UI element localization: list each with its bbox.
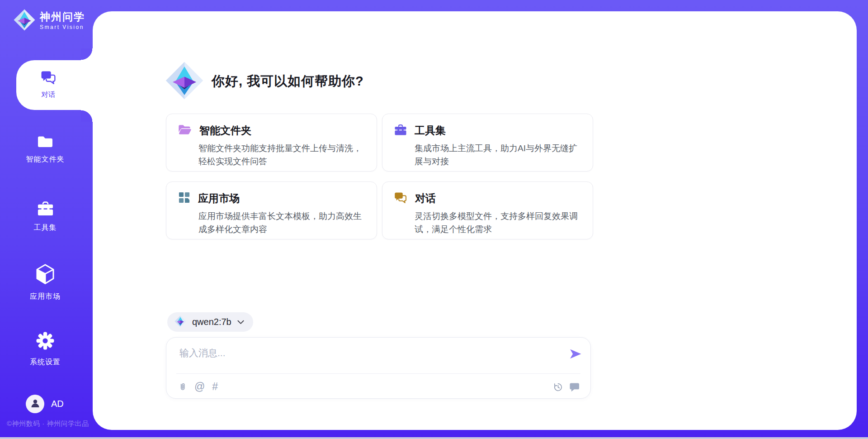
chevron-down-icon xyxy=(237,318,244,326)
model-name: qwen2:7b xyxy=(192,317,231,327)
card-chat[interactable]: 对话 灵活切换多模型文件，支持多样回复效果调试，满足个性化需求 xyxy=(382,181,593,239)
card-smart-folder[interactable]: 智能文件夹 智能文件夹功能支持批量文件上传与清洗，轻松实现文件问答 xyxy=(166,114,377,172)
app-title: 神州问学 xyxy=(40,11,85,23)
card-app-market[interactable]: 应用市场 应用市场提供丰富长文本模板，助力高效生成多样化文章内容 xyxy=(166,181,377,239)
open-folder-icon xyxy=(178,124,192,137)
cube-icon xyxy=(35,263,56,287)
sidebar-item-smart-folder[interactable]: 智能文件夹 xyxy=(0,134,90,164)
app-subtitle: Smart Vision xyxy=(40,24,85,30)
user-profile[interactable]: AD xyxy=(26,395,64,413)
briefcase-icon xyxy=(394,124,407,138)
sidebar-item-app-market[interactable]: 应用市场 xyxy=(0,263,90,301)
card-description: 灵活切换多模型文件，支持多样回复效果调试，满足个性化需求 xyxy=(415,210,581,236)
card-title: 智能文件夹 xyxy=(199,124,251,138)
grid-tiles-icon xyxy=(178,191,190,205)
person-icon xyxy=(30,398,41,410)
card-toolset[interactable]: 工具集 集成市场上主流工具，助力AI与外界无缝扩展与对接 xyxy=(382,114,593,172)
greeting-title: 你好, 我可以如何帮助你? xyxy=(212,72,364,91)
sidebar-item-label: 应用市场 xyxy=(30,292,61,301)
attachment-paperclip-icon[interactable] xyxy=(178,382,187,392)
sidebar-item-label: 工具集 xyxy=(34,223,57,233)
sidebar-footer: ©神州数码 · 神州问学出品 xyxy=(7,420,89,428)
model-logo-diamond-icon xyxy=(175,315,186,329)
message-composer: @ # xyxy=(166,337,591,399)
topic-hash-icon[interactable]: # xyxy=(212,382,218,392)
chat-bubble-filled-icon[interactable] xyxy=(570,382,580,392)
page-bottom-edge xyxy=(0,437,868,439)
message-input[interactable] xyxy=(179,344,549,362)
send-icon[interactable] xyxy=(569,348,582,360)
sidebar-item-settings[interactable]: 系统设置 xyxy=(0,331,90,367)
history-clock-icon[interactable] xyxy=(553,382,563,392)
card-description: 智能文件夹功能支持批量文件上传与清洗，轻松实现文件问答 xyxy=(198,142,365,168)
sidebar-item-label: 智能文件夹 xyxy=(26,155,65,164)
tab-fillet-bottom xyxy=(81,110,93,122)
mention-at-icon[interactable]: @ xyxy=(194,382,205,392)
app-logo: 神州问学 Smart Vision xyxy=(14,9,85,33)
greeting-logo-diamond-icon xyxy=(165,62,203,101)
user-name: AD xyxy=(51,399,64,409)
briefcase-icon xyxy=(37,201,54,218)
card-title: 工具集 xyxy=(415,124,446,138)
card-description: 应用市场提供丰富长文本模板，助力高效生成多样化文章内容 xyxy=(198,210,365,236)
model-selector[interactable]: qwen2:7b xyxy=(167,312,253,332)
gear-icon xyxy=(35,331,55,353)
chat-bubbles-icon xyxy=(394,192,407,205)
tab-fillet-top xyxy=(81,48,93,60)
chat-bubbles-icon xyxy=(41,71,57,86)
sidebar-item-label: 系统设置 xyxy=(30,358,61,367)
avatar xyxy=(26,395,44,413)
sidebar-item-chat-content[interactable]: 对话 xyxy=(16,60,80,110)
card-title: 对话 xyxy=(415,191,436,205)
card-description: 集成市场上主流工具，助力AI与外界无缝扩展与对接 xyxy=(415,142,581,168)
card-title: 应用市场 xyxy=(198,191,240,205)
feature-cards: 智能文件夹 智能文件夹功能支持批量文件上传与清洗，轻松实现文件问答 工具集 集成… xyxy=(166,114,593,239)
composer-divider xyxy=(176,373,580,374)
greeting: 你好, 我可以如何帮助你? xyxy=(165,62,364,101)
app-logo-diamond-icon xyxy=(14,9,35,33)
sidebar-item-toolset[interactable]: 工具集 xyxy=(0,201,90,233)
sidebar-item-label: 对话 xyxy=(42,90,56,100)
folder-icon xyxy=(37,134,53,150)
